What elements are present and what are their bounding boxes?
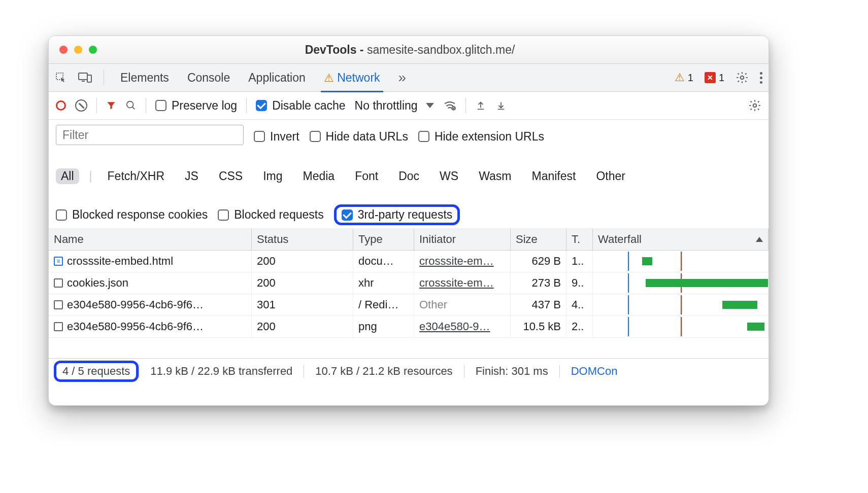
errors-badge[interactable]: ✕1 bbox=[705, 72, 724, 84]
filter-row: Invert Hide data URLs Hide extension URL… bbox=[49, 120, 769, 229]
tab-application[interactable]: Application bbox=[248, 71, 306, 85]
download-har-icon[interactable] bbox=[495, 100, 507, 111]
svg-rect-1 bbox=[79, 73, 87, 80]
tab-network[interactable]: ⚠ Network bbox=[324, 71, 380, 85]
inspect-icon[interactable] bbox=[55, 72, 67, 84]
cell-time: 1.. bbox=[566, 251, 593, 272]
cell-type: png bbox=[353, 316, 414, 338]
col-waterfall[interactable]: Waterfall bbox=[593, 229, 769, 251]
file-icon bbox=[54, 300, 63, 309]
type-manifest[interactable]: Manifest bbox=[526, 168, 581, 184]
cell-time: 9.. bbox=[566, 272, 593, 294]
cell-initiator[interactable]: crosssite-em… bbox=[414, 251, 511, 272]
transferred: 11.9 kB / 22.9 kB transferred bbox=[139, 365, 304, 378]
type-media[interactable]: Media bbox=[298, 168, 340, 184]
tab-console[interactable]: Console bbox=[187, 71, 230, 85]
col-name[interactable]: Name bbox=[49, 229, 252, 251]
cell-status: 200 bbox=[252, 272, 353, 294]
kebab-icon[interactable] bbox=[760, 72, 762, 84]
chevron-down-icon bbox=[426, 103, 434, 108]
minimize-icon[interactable] bbox=[74, 46, 82, 54]
clear-icon[interactable] bbox=[75, 99, 87, 112]
search-icon[interactable] bbox=[125, 100, 137, 111]
col-size[interactable]: Size bbox=[511, 229, 566, 251]
upload-har-icon[interactable] bbox=[475, 100, 486, 111]
col-time[interactable]: T. bbox=[566, 229, 593, 251]
cell-name[interactable]: e304e580-9956-4cb6-9f6… bbox=[49, 316, 252, 338]
file-icon bbox=[54, 278, 63, 288]
type-other[interactable]: Other bbox=[591, 168, 630, 184]
file-icon bbox=[54, 322, 63, 331]
resources: 10.7 kB / 21.2 kB resources bbox=[304, 365, 463, 378]
cell-name[interactable]: e304e580-9956-4cb6-9f6… bbox=[49, 294, 252, 316]
col-type[interactable]: Type bbox=[353, 229, 414, 251]
warnings-badge[interactable]: ⚠1 bbox=[675, 71, 693, 84]
devtools-window: DevTools - samesite-sandbox.glitch.me/ E… bbox=[48, 36, 769, 406]
devices-icon[interactable] bbox=[78, 72, 92, 84]
warning-icon: ⚠ bbox=[324, 72, 334, 84]
cell-size: 437 B bbox=[511, 294, 566, 316]
separator bbox=[104, 70, 104, 85]
cell-waterfall bbox=[593, 294, 769, 316]
disable-cache-checkbox[interactable]: Disable cache bbox=[256, 99, 345, 113]
status-bar: 4 / 5 requests 11.9 kB / 22.9 kB transfe… bbox=[49, 358, 769, 383]
cell-name[interactable]: cookies.json bbox=[49, 272, 252, 294]
type-all[interactable]: All bbox=[56, 168, 79, 184]
separator bbox=[246, 98, 247, 113]
type-js[interactable]: JS bbox=[180, 168, 204, 184]
network-table: Name Status Type Initiator Size T. Water… bbox=[49, 229, 769, 251]
filter-input[interactable] bbox=[56, 125, 244, 145]
blocked-cookies-checkbox[interactable]: Blocked response cookies bbox=[56, 208, 208, 222]
tab-elements[interactable]: Elements bbox=[120, 71, 169, 85]
cell-time: 2.. bbox=[566, 316, 593, 338]
cell-waterfall bbox=[593, 316, 769, 338]
svg-rect-2 bbox=[87, 75, 91, 82]
network-conditions-icon[interactable] bbox=[443, 99, 456, 112]
network-settings-icon[interactable] bbox=[748, 99, 761, 112]
settings-icon[interactable] bbox=[736, 71, 749, 84]
cell-type: xhr bbox=[353, 272, 414, 294]
titlebar: DevTools - samesite-sandbox.glitch.me/ bbox=[49, 36, 769, 64]
requests-count: 4 / 5 requests bbox=[54, 361, 139, 382]
type-doc[interactable]: Doc bbox=[393, 168, 424, 184]
separator bbox=[96, 98, 97, 113]
cell-status: 200 bbox=[252, 251, 353, 272]
tabs: Elements Console Application ⚠ Network » bbox=[120, 69, 406, 86]
throttling-select[interactable]: No throttling bbox=[355, 99, 434, 113]
type-img[interactable]: Img bbox=[258, 168, 287, 184]
record-icon[interactable] bbox=[56, 100, 66, 111]
cell-initiator[interactable]: e304e580-9… bbox=[414, 316, 511, 338]
cell-initiator[interactable]: Other bbox=[414, 294, 511, 316]
maximize-icon[interactable] bbox=[89, 46, 97, 54]
third-party-checkbox[interactable]: 3rd-party requests bbox=[342, 208, 453, 222]
hide-extension-urls-checkbox[interactable]: Hide extension URLs bbox=[418, 130, 544, 144]
blocked-requests-checkbox[interactable]: Blocked requests bbox=[218, 208, 323, 222]
type-css[interactable]: CSS bbox=[214, 168, 248, 184]
close-icon[interactable] bbox=[59, 46, 68, 54]
cell-status: 301 bbox=[252, 294, 353, 316]
invert-checkbox[interactable]: Invert bbox=[254, 130, 299, 144]
document-icon: ≡ bbox=[54, 257, 63, 266]
svg-point-4 bbox=[127, 101, 133, 108]
finish-time: Finish: 301 ms bbox=[464, 365, 559, 378]
warning-icon: ⚠ bbox=[675, 71, 685, 84]
network-table-body: ≡crosssite-embed.html200docu…crosssite-e… bbox=[49, 251, 769, 338]
type-font[interactable]: Font bbox=[350, 168, 383, 184]
cell-size: 273 B bbox=[511, 272, 566, 294]
cell-name[interactable]: ≡crosssite-embed.html bbox=[49, 251, 252, 272]
hide-data-urls-checkbox[interactable]: Hide data URLs bbox=[310, 130, 408, 144]
type-ws[interactable]: WS bbox=[435, 168, 463, 184]
cell-initiator[interactable]: crosssite-em… bbox=[414, 272, 511, 294]
window-title: DevTools - samesite-sandbox.glitch.me/ bbox=[97, 43, 723, 57]
col-initiator[interactable]: Initiator bbox=[414, 229, 511, 251]
svg-point-3 bbox=[741, 76, 744, 80]
more-tabs-icon[interactable]: » bbox=[398, 69, 407, 86]
col-status[interactable]: Status bbox=[252, 229, 353, 251]
cell-time: 4.. bbox=[566, 294, 593, 316]
type-fetch[interactable]: Fetch/XHR bbox=[103, 168, 170, 184]
preserve-log-checkbox[interactable]: Preserve log bbox=[155, 99, 237, 113]
type-wasm[interactable]: Wasm bbox=[474, 168, 516, 184]
cell-type: / Redi… bbox=[353, 294, 414, 316]
filter-icon[interactable] bbox=[106, 100, 116, 111]
error-icon: ✕ bbox=[705, 72, 716, 83]
